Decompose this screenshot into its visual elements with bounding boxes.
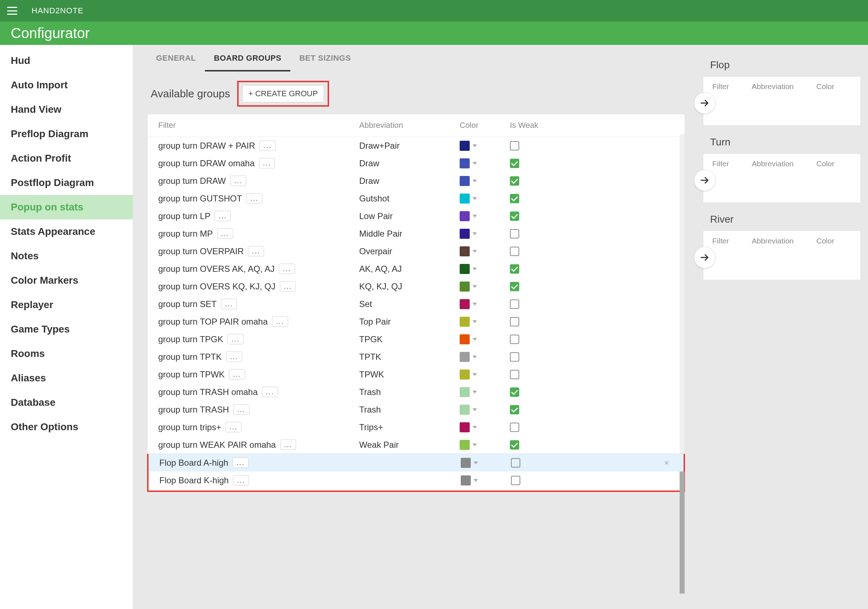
more-button[interactable]: ... (232, 457, 249, 468)
is-weak-checkbox[interactable] (510, 194, 519, 203)
table-row[interactable]: group turn DRAW + PAIR...Draw+Pair (147, 137, 685, 154)
scrollbar-thumb[interactable] (680, 471, 685, 593)
is-weak-checkbox[interactable] (510, 141, 519, 151)
sidebar-item-other-options[interactable]: Other Options (0, 415, 133, 439)
chevron-down-icon[interactable] (473, 232, 477, 235)
table-row[interactable]: group turn TRASH omaha...Trash (147, 383, 685, 401)
table-row[interactable]: group turn TRASH...Trash (147, 401, 685, 418)
assign-arrow-button[interactable] (694, 169, 716, 191)
more-button[interactable]: ... (233, 404, 250, 415)
chevron-down-icon[interactable] (473, 426, 477, 429)
table-row[interactable]: group turn TOP PAIR omaha...Top Pair (147, 313, 685, 330)
table-row[interactable]: group turn DRAW omaha...Draw (147, 154, 685, 172)
chevron-down-icon[interactable] (473, 408, 477, 411)
color-swatch[interactable] (460, 141, 470, 151)
table-row[interactable]: group turn OVERPAIR...Overpair (147, 242, 685, 260)
color-swatch[interactable] (460, 334, 470, 344)
scrollbar-track[interactable] (680, 134, 685, 454)
color-swatch[interactable] (460, 440, 470, 450)
sidebar-item-color-markers[interactable]: Color Markers (0, 268, 133, 293)
color-swatch[interactable] (460, 264, 470, 274)
table-row[interactable]: Flop Board A-high...× (149, 454, 684, 471)
more-button[interactable]: ... (262, 387, 278, 397)
chevron-down-icon[interactable] (474, 479, 478, 482)
is-weak-checkbox[interactable] (510, 440, 519, 450)
sidebar-item-notes[interactable]: Notes (0, 244, 133, 268)
color-swatch[interactable] (460, 229, 470, 239)
more-button[interactable]: ... (280, 440, 296, 450)
is-weak-checkbox[interactable] (510, 159, 519, 168)
more-button[interactable]: ... (280, 281, 296, 292)
is-weak-checkbox[interactable] (510, 387, 519, 397)
table-row[interactable]: group turn DRAW...Draw (147, 172, 685, 190)
color-swatch[interactable] (460, 281, 470, 292)
table-row[interactable]: group turn TPGK...TPGK (147, 330, 685, 348)
chevron-down-icon[interactable] (473, 144, 477, 147)
chevron-down-icon[interactable] (473, 197, 477, 200)
table-row[interactable]: group turn trips+...Trips+ (147, 418, 685, 436)
tab-board-groups[interactable]: BOARD GROUPS (205, 45, 290, 71)
table-row[interactable]: group turn WEAK PAIR omaha...Weak Pair (147, 436, 685, 454)
color-swatch[interactable] (460, 299, 470, 309)
table-row[interactable]: group turn OVERS AK, AQ, AJ...AK, AQ, AJ (147, 260, 685, 278)
table-row[interactable]: group turn OVERS KQ, KJ, QJ...KQ, KJ, QJ (147, 278, 685, 295)
table-row[interactable]: group turn TPWK...TPWK (147, 365, 685, 383)
sidebar-item-preflop-diagram[interactable]: Preflop Diagram (0, 122, 133, 146)
chevron-down-icon[interactable] (473, 250, 477, 253)
close-icon[interactable]: × (660, 458, 673, 468)
chevron-down-icon[interactable] (473, 320, 477, 323)
sidebar-item-hud[interactable]: Hud (0, 48, 133, 73)
sidebar-item-game-types[interactable]: Game Types (0, 317, 133, 342)
color-swatch[interactable] (460, 370, 470, 379)
is-weak-checkbox[interactable] (510, 176, 519, 186)
is-weak-checkbox[interactable] (510, 282, 519, 291)
is-weak-checkbox[interactable] (511, 476, 520, 485)
is-weak-checkbox[interactable] (510, 335, 519, 344)
sidebar-item-hand-view[interactable]: Hand View (0, 97, 133, 122)
table-row[interactable]: group turn MP...Middle Pair (147, 225, 685, 242)
sidebar-item-replayer[interactable]: Replayer (0, 293, 133, 317)
more-button[interactable]: ... (228, 334, 243, 344)
color-swatch[interactable] (460, 246, 470, 256)
color-swatch[interactable] (460, 387, 470, 397)
more-button[interactable]: ... (279, 264, 295, 274)
is-weak-checkbox[interactable] (510, 317, 519, 326)
is-weak-checkbox[interactable] (510, 423, 519, 432)
chevron-down-icon[interactable] (473, 338, 477, 341)
chevron-down-icon[interactable] (473, 443, 477, 446)
color-swatch[interactable] (460, 405, 470, 415)
is-weak-checkbox[interactable] (510, 300, 519, 309)
sidebar-item-stats-appearance[interactable]: Stats Appearance (0, 219, 133, 244)
more-button[interactable]: ... (225, 422, 242, 432)
assign-arrow-button[interactable] (694, 92, 716, 114)
chevron-down-icon[interactable] (473, 180, 477, 182)
tab-general[interactable]: GENERAL (147, 45, 205, 71)
chevron-down-icon[interactable] (473, 285, 477, 288)
create-group-button[interactable]: + CREATE GROUP (242, 85, 324, 103)
color-swatch[interactable] (460, 158, 470, 168)
assign-arrow-button[interactable] (694, 247, 716, 268)
chevron-down-icon[interactable] (473, 303, 477, 306)
more-button[interactable]: ... (230, 176, 246, 186)
color-swatch[interactable] (460, 317, 470, 327)
chevron-down-icon[interactable] (473, 162, 477, 165)
more-button[interactable]: ... (217, 228, 233, 239)
color-swatch[interactable] (460, 422, 470, 432)
tab-bet-sizings[interactable]: BET SIZINGS (290, 45, 360, 71)
more-button[interactable]: ... (272, 316, 288, 327)
more-button[interactable]: ... (259, 140, 276, 151)
color-swatch[interactable] (460, 176, 470, 186)
chevron-down-icon[interactable] (473, 391, 477, 393)
color-swatch[interactable] (460, 211, 470, 221)
chevron-down-icon[interactable] (474, 461, 478, 464)
color-swatch[interactable] (460, 352, 470, 362)
is-weak-checkbox[interactable] (511, 458, 520, 468)
chevron-down-icon[interactable] (473, 267, 477, 270)
more-button[interactable]: ... (215, 211, 231, 221)
color-swatch[interactable] (460, 194, 470, 204)
more-button[interactable]: ... (233, 475, 249, 485)
is-weak-checkbox[interactable] (510, 211, 519, 221)
table-row[interactable]: group turn TPTK...TPTK (147, 348, 685, 365)
sidebar-item-database[interactable]: Database (0, 390, 133, 415)
sidebar-item-action-profit[interactable]: Action Profit (0, 146, 133, 171)
